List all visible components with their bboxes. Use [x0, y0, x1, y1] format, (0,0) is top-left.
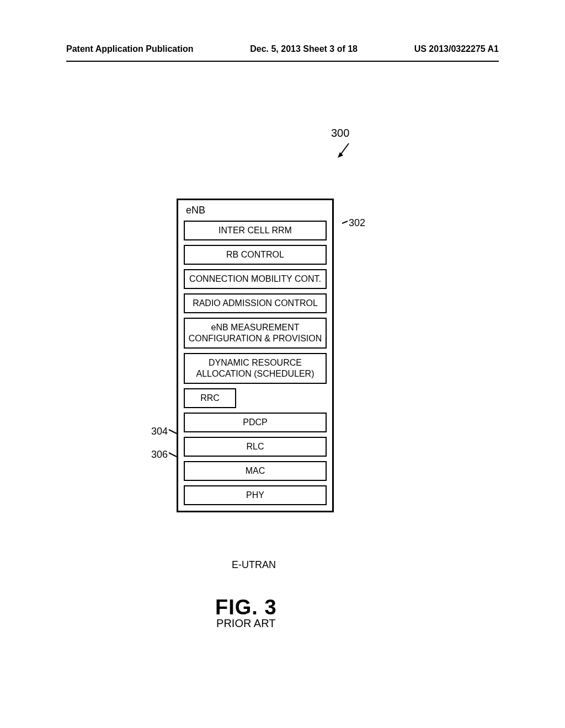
- svg-line-2: [342, 221, 348, 223]
- arrow-icon: [337, 142, 353, 159]
- box-phy: PHY: [184, 485, 327, 505]
- box-enb-measurement: eNB MEASUREMENT CONFIGURATION & PROVISIO…: [184, 318, 327, 349]
- reference-numeral-306: 306: [151, 449, 178, 461]
- box-inter-cell-rrm: INTER CELL RRM: [184, 221, 327, 240]
- box-rlc: RLC: [184, 437, 327, 457]
- box-connection-mobility: CONNECTION MOBILITY CONT.: [184, 269, 327, 289]
- enb-container: eNB INTER CELL RRM RB CONTROL CONNECTION…: [177, 199, 334, 512]
- ref-302-text: 302: [349, 217, 365, 228]
- ref-306-text: 306: [151, 449, 168, 460]
- header-rule: [66, 61, 499, 62]
- box-rrc: RRC: [184, 388, 236, 408]
- svg-line-3: [169, 430, 177, 433]
- page-header: Patent Application Publication Dec. 5, 2…: [0, 44, 565, 54]
- reference-numeral-302: 302: [342, 217, 365, 229]
- ref-304-text: 304: [151, 426, 168, 437]
- svg-line-4: [169, 453, 177, 457]
- header-right: US 2013/0322275 A1: [414, 44, 499, 54]
- header-center: Dec. 5, 2013 Sheet 3 of 18: [250, 44, 358, 54]
- box-dynamic-resource: DYNAMIC RESOURCE ALLOCATION (SCHEDULER): [184, 353, 327, 384]
- figure-subtitle: PRIOR ART: [215, 617, 277, 630]
- box-radio-admission: RADIO ADMISSION CONTROL: [184, 293, 327, 313]
- figure-caption: FIG. 3 PRIOR ART: [215, 596, 277, 630]
- enb-title: eNB: [186, 205, 327, 216]
- box-pdcp: PDCP: [184, 413, 327, 432]
- header-left: Patent Application Publication: [66, 44, 194, 54]
- reference-numeral-304: 304: [151, 426, 178, 437]
- box-rb-control: RB CONTROL: [184, 245, 327, 265]
- eutran-label: E-UTRAN: [232, 559, 276, 571]
- box-mac: MAC: [184, 461, 327, 481]
- reference-numeral-300: 300: [331, 127, 349, 140]
- figure-number: FIG. 3: [215, 596, 277, 619]
